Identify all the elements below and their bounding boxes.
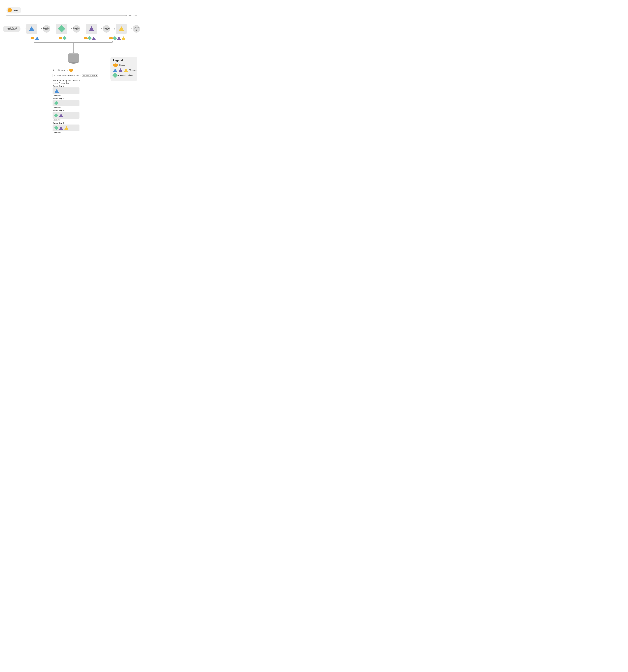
- diamond-green-s3: [88, 36, 92, 40]
- save-text-3: Save all app data: [103, 27, 110, 30]
- step4-tri-purple-icon: [59, 126, 63, 129]
- save-label-2: Save all app data: [73, 25, 80, 32]
- tri-yellow-s4: [121, 37, 125, 40]
- legend-variables-label: Variables: [129, 69, 137, 71]
- step-box-3: [86, 24, 97, 34]
- step4-label: Started Step 4: [52, 122, 80, 124]
- db-top-ellipse: [68, 52, 79, 54]
- step2-box: [52, 100, 79, 106]
- widget-sort-icon: ↕: [80, 75, 81, 76]
- save-label-1: Save all app data: [43, 25, 50, 32]
- arrow-7: [111, 28, 116, 29]
- triangle-yellow-large-icon: [118, 26, 124, 31]
- diamond-green-large-icon: [58, 25, 65, 32]
- triangle-purple-large-icon: [89, 26, 94, 31]
- widget-table-label: Record History Widget Table - 0006: [56, 75, 79, 76]
- step-box-2: [56, 24, 67, 34]
- legend-record-icon: [113, 64, 118, 67]
- step3-tri-purple-icon: [59, 114, 63, 117]
- step-box-4: [116, 24, 127, 34]
- widget-sort-label[interactable]: Sort oldest to newest ▼: [82, 74, 98, 76]
- save-text-1: Save all app data: [43, 27, 50, 30]
- cancel-text: Cancel or Complete App: [132, 27, 140, 31]
- step3-label: Started Step 3: [52, 110, 80, 112]
- arrow-8: [127, 28, 132, 29]
- arrow-4: [67, 28, 72, 29]
- tri-purple-s4: [117, 37, 121, 40]
- database-shape: [68, 52, 79, 64]
- step4-diamond-green-icon: [54, 126, 58, 130]
- record-history-oval-icon: [69, 69, 73, 72]
- log-event-1: John Smith ran My app at Station 1: [52, 79, 80, 81]
- legend-record-label: Record: [119, 64, 125, 66]
- record-circle-icon: [7, 8, 12, 13]
- oval-orange-s1: [30, 37, 34, 39]
- step2-diamond-green-icon: [54, 101, 58, 105]
- table-icon: ⊞: [54, 75, 55, 76]
- flow-row: Load in Record Placeholder Save all app …: [3, 24, 140, 34]
- legend-title: Legend: [113, 59, 135, 62]
- diamond-green-s4: [113, 36, 117, 40]
- var-group-3: [84, 37, 95, 40]
- db-body: [68, 54, 79, 62]
- step4-timestamp: Timestamp: [52, 131, 80, 134]
- step1-tri-blue-icon: [55, 89, 59, 93]
- step1-timestamp: Timestamp: [52, 94, 80, 96]
- legend-changed-label: Changed Variable: [118, 74, 133, 76]
- oval-orange-s4: [109, 37, 113, 39]
- legend-diamond-green-icon: [112, 73, 118, 78]
- log-section: John Smith ran My app at Station 1 Logge…: [52, 79, 80, 135]
- variable-groups-row: [30, 37, 123, 40]
- legend-tri-purple-icon: [119, 68, 123, 72]
- legend-changed-row: Changed Variable: [113, 73, 135, 77]
- step4-tri-yellow-icon: [65, 126, 68, 129]
- triangle-blue-large-icon: [29, 26, 34, 31]
- record-label: Record: [13, 9, 19, 11]
- var-group-1: [30, 37, 40, 40]
- step3-timestamp: Timestamp: [52, 119, 80, 121]
- cancel-label: Cancel or Complete App: [132, 25, 140, 32]
- record-history-text: Record History for: [52, 69, 68, 71]
- oval-orange-s2: [58, 37, 63, 39]
- oval-orange-s3: [84, 37, 88, 39]
- arrow-5: [81, 28, 86, 29]
- step3-box: [52, 112, 79, 119]
- arrow-3: [51, 28, 56, 29]
- tri-purple-s3: [92, 37, 96, 40]
- step4-box: [52, 124, 79, 131]
- diamond-green-s2: [63, 36, 67, 40]
- arrow-2: [38, 28, 42, 29]
- step2-label: Started Step 2: [52, 97, 80, 99]
- legend-tri-yellow-icon: [124, 68, 128, 72]
- var-group-4: [112, 37, 123, 40]
- tri-blue-s1: [35, 37, 39, 40]
- var-group-2: [57, 37, 68, 40]
- load-box: Load in Record Placeholder: [3, 26, 21, 32]
- step1-box: [52, 88, 79, 94]
- step3-diamond-green-icon: [54, 113, 58, 117]
- load-label: Load in Record Placeholder: [7, 27, 17, 30]
- duration-line: [6, 16, 126, 16]
- step2-timestamp: Timestamp: [52, 106, 80, 109]
- log-event-2: Logged Process Data: [52, 82, 80, 84]
- step-box-1: [26, 24, 37, 34]
- legend-record-row: Record: [113, 64, 135, 67]
- legend-tri-blue-icon: [113, 68, 117, 72]
- legend-box: Legend Record Variables Changed Variable: [111, 56, 138, 81]
- duration-row: App duration: [6, 15, 138, 17]
- arrow-1: [21, 28, 26, 29]
- record-history-row: Record History for: [52, 69, 73, 72]
- legend-variables-row: Variables: [113, 68, 135, 72]
- step1-label: Started Step 1: [52, 85, 80, 87]
- save-label-3: Save all app data: [103, 25, 110, 32]
- duration-label: App duration: [127, 15, 138, 17]
- arrow-6: [97, 28, 102, 29]
- db-bottom-ellipse: [68, 62, 79, 64]
- widget-table-row[interactable]: ⊞ Record History Widget Table - 0006 ↕ S…: [52, 74, 99, 77]
- save-text-2: Save all app data: [73, 27, 80, 30]
